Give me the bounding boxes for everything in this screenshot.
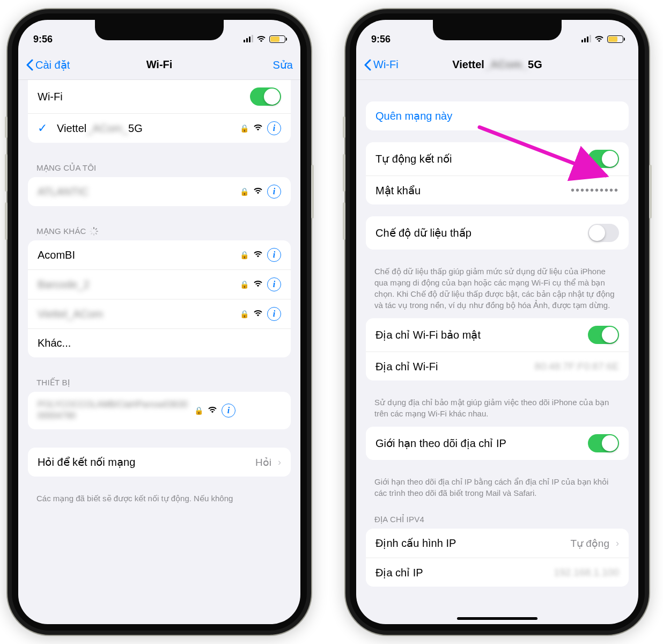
low-data-row[interactable]: Chế độ dữ liệu thấp	[366, 216, 629, 250]
private-address-toggle[interactable]	[588, 326, 619, 344]
network-name: AcomBI	[38, 249, 233, 261]
nav-back[interactable]: Wi-Fi	[364, 58, 399, 71]
ip-address-row: Địa chỉ IP 192.168.1.100	[366, 558, 629, 587]
wifi-signal-icon	[253, 309, 263, 319]
auto-join-toggle[interactable]	[588, 150, 619, 168]
cellular-icon	[581, 36, 591, 42]
volume-up	[5, 154, 8, 192]
low-data-footer: Chế độ dữ liệu thấp giúp giảm mức sử dụn…	[356, 261, 638, 318]
devices-header: THIẾT BỊ	[18, 369, 300, 392]
my-network-row[interactable]: ATLANTIC 🔒 i	[28, 177, 291, 206]
wifi-signal-icon	[208, 406, 217, 415]
screen-right: 9:56 Wi-Fi Viettel_ACom_5G	[356, 20, 638, 624]
wifi-toggle-row[interactable]: Wi-Fi	[28, 80, 291, 113]
ip-tracking-footer: Giới hạn theo dõi địa chỉ IP bằng cách ẩ…	[356, 472, 638, 506]
nav-title: Viettel_ACom_5G	[356, 58, 638, 71]
svg-rect-0	[93, 227, 94, 229]
wifi-toggle[interactable]	[250, 87, 281, 106]
other-network-row-more[interactable]: Khác...	[28, 328, 291, 357]
connected-network-row[interactable]: ✓ Viettel_ACom_5G 🔒 i	[28, 113, 291, 143]
wifi-icon	[594, 34, 604, 45]
svg-rect-7	[90, 228, 92, 230]
my-network-name: ATLANTIC	[38, 186, 233, 198]
info-icon[interactable]: i	[267, 277, 281, 291]
nav-bar: Wi-Fi Viettel_ACom_5G	[356, 50, 638, 80]
mute-switch	[343, 116, 345, 138]
chevron-left-icon	[364, 59, 371, 71]
notch	[95, 20, 224, 40]
power-button	[311, 165, 314, 218]
volume-up	[343, 154, 345, 192]
password-value: ••••••••••	[571, 184, 619, 196]
wifi-signal-icon	[253, 250, 263, 260]
home-indicator[interactable]	[457, 617, 537, 620]
lock-icon: 🔒	[240, 310, 249, 318]
ip-tracking-label: Giới hạn theo dõi địa chỉ IP	[375, 437, 581, 450]
wifi-signal-icon	[253, 123, 263, 133]
auto-join-row[interactable]: Tự động kết nối	[366, 142, 629, 175]
device-row[interactable]: POLYCOCCOLAMB/ClaHParrow03630 00004790 🔒…	[28, 392, 291, 429]
private-address-footer: Sử dụng địa chỉ bảo mật giúp giảm việc t…	[356, 392, 638, 427]
other-network-row[interactable]: Barcode_2 🔒i	[28, 269, 291, 299]
low-data-toggle[interactable]	[588, 224, 619, 242]
ask-to-join-row[interactable]: Hỏi để kết nối mạng Hỏi ›	[28, 448, 291, 477]
info-icon[interactable]: i	[222, 404, 235, 418]
iphone-left: 9:56 Cài đặt Wi-Fi Sửa	[6, 8, 312, 636]
screen-left: 9:56 Cài đặt Wi-Fi Sửa	[18, 20, 300, 624]
ipv4-header: ĐỊA CHỈ IPV4	[356, 506, 638, 529]
notch	[433, 20, 562, 40]
wifi-address-label: Địa chỉ Wi-Fi	[375, 360, 528, 373]
my-networks-header: MẠNG CỦA TÔI	[18, 155, 300, 177]
volume-down	[5, 202, 8, 240]
low-data-label: Chế độ dữ liệu thấp	[375, 226, 581, 239]
battery-icon	[607, 35, 623, 43]
volume-down	[343, 202, 345, 240]
svg-rect-1	[95, 228, 97, 230]
lock-icon: 🔒	[240, 187, 249, 196]
svg-rect-5	[90, 232, 92, 235]
private-address-toggle-row[interactable]: Địa chỉ Wi-Fi bảo mật	[366, 318, 629, 352]
lock-icon: 🔒	[240, 124, 249, 133]
network-name: Viettel_ACom	[38, 308, 233, 320]
info-icon[interactable]: i	[267, 307, 281, 321]
configure-ip-row[interactable]: Định cấu hình IP Tự động ›	[366, 529, 629, 558]
ip-tracking-row[interactable]: Giới hạn theo dõi địa chỉ IP	[366, 427, 629, 460]
wifi-address-row[interactable]: Địa chỉ Wi-Fi 80:48:7F:F0:87:6E	[366, 352, 629, 380]
lock-icon: 🔒	[194, 406, 203, 415]
chevron-right-icon: ›	[278, 457, 281, 468]
other-label: Khác...	[38, 337, 281, 349]
wifi-address-value: 80:48:7F:F0:87:6E	[535, 361, 619, 372]
nav-edit[interactable]: Sửa	[273, 58, 293, 71]
wifi-signal-icon	[253, 280, 263, 289]
battery-icon	[269, 35, 285, 43]
status-time: 9:56	[33, 34, 53, 45]
other-network-row[interactable]: AcomBI 🔒i	[28, 240, 291, 269]
power-button	[649, 165, 652, 218]
other-network-row[interactable]: Viettel_ACom 🔒i	[28, 299, 291, 328]
ask-label: Hỏi để kết nối mạng	[38, 456, 249, 469]
private-address-label: Địa chỉ Wi-Fi bảo mật	[375, 328, 581, 341]
forget-label: Quên mạng này	[375, 109, 452, 122]
checkmark-icon: ✓	[38, 121, 50, 135]
content: Wi-Fi ✓ Viettel_ACom_5G 🔒 i	[18, 80, 300, 624]
iphone-right: 9:56 Wi-Fi Viettel_ACom_5G	[344, 8, 650, 636]
ip-address-label: Địa chỉ IP	[375, 566, 547, 579]
password-row[interactable]: Mật khẩu ••••••••••	[366, 175, 629, 204]
info-icon[interactable]: i	[267, 248, 281, 262]
info-icon[interactable]: i	[267, 121, 281, 135]
nav-back[interactable]: Cài đặt	[26, 58, 70, 71]
network-name: Barcode_2	[38, 279, 233, 291]
password-label: Mật khẩu	[375, 184, 564, 197]
footer-text: Các mạng đã biết sẽ được kết nối tự động…	[18, 488, 300, 511]
ip-address-value: 192.168.1.100	[554, 567, 619, 579]
status-time: 9:56	[371, 34, 391, 45]
chevron-right-icon: ›	[616, 538, 619, 549]
lock-icon: 🔒	[240, 251, 249, 259]
configure-ip-value: Tự động	[570, 537, 609, 550]
content: Quên mạng này Tự động kết nối Mật khẩu •…	[356, 80, 638, 624]
wifi-signal-icon	[253, 187, 263, 196]
forget-network-row[interactable]: Quên mạng này	[366, 101, 629, 130]
info-icon[interactable]: i	[267, 185, 281, 199]
ip-tracking-toggle[interactable]	[588, 434, 619, 452]
chevron-left-icon	[26, 59, 33, 71]
